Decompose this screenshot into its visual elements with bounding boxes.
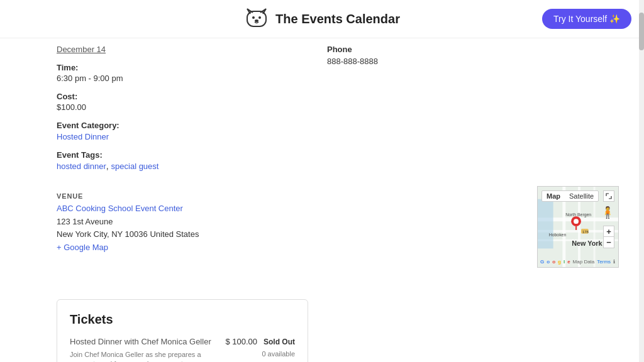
- ticket-header: Hosted Dinner with Chef Monica Geller $ …: [70, 337, 295, 346]
- svg-text:North Bergen: North Bergen: [565, 212, 591, 217]
- svg-point-3: [255, 19, 258, 22]
- map-terms-label[interactable]: Terms: [597, 259, 611, 265]
- site-title: The Events Calendar: [275, 12, 400, 26]
- cost-label: Cost:: [57, 92, 289, 101]
- ticket-description: Join Chef Monica Geller as she prepares …: [70, 350, 208, 362]
- expand-icon: [606, 193, 612, 199]
- ticket-price-area: $ 100.00 Sold Out: [225, 337, 295, 346]
- svg-rect-11: [538, 199, 553, 249]
- logo-icon: [244, 6, 269, 31]
- tag-special-guest[interactable]: special guest: [111, 162, 159, 171]
- ticket-details-row: Join Chef Monica Geller as she prepares …: [70, 350, 295, 362]
- tag-hosted-dinner[interactable]: hosted dinner: [57, 162, 106, 171]
- site-header: The Events Calendar Try It Yourself ✨: [0, 0, 644, 38]
- cost-block: Cost: $100.00: [57, 92, 289, 112]
- google-map-link[interactable]: + Google Map: [57, 243, 108, 252]
- ticket-name: Hosted Dinner with Chef Monica Geller: [70, 337, 211, 346]
- phone-value: 888-888-8888: [327, 57, 631, 66]
- street-view-person[interactable]: 🧍: [601, 206, 614, 219]
- phone-label: Phone: [327, 45, 631, 54]
- svg-point-18: [574, 219, 579, 224]
- try-it-yourself-button[interactable]: Try It Yourself ✨: [542, 9, 631, 29]
- tickets-section: Tickets Hosted Dinner with Chef Monica G…: [57, 299, 308, 362]
- category-link[interactable]: Hosted Dinner: [57, 132, 109, 141]
- scrollbar[interactable]: [639, 0, 644, 362]
- google-branding: G: [540, 259, 544, 265]
- svg-point-1: [252, 16, 255, 19]
- svg-text:Hoboken: Hoboken: [549, 233, 567, 237]
- map-widget: North Bergen Hoboken New York 178 Map Sa…: [537, 192, 619, 274]
- venue-section-label: VENUE: [57, 192, 346, 200]
- ticket-availability: 0 available: [262, 350, 295, 358]
- tags-label: Event Tags:: [57, 150, 289, 160]
- scrollbar-thumb[interactable]: [639, 13, 644, 50]
- svg-text:178: 178: [582, 230, 589, 234]
- map-zoom-out-button[interactable]: −: [603, 237, 614, 248]
- svg-text:New York: New York: [572, 239, 602, 247]
- svg-point-2: [258, 16, 261, 19]
- venue-address-line2: New York City, NY 10036 United States: [57, 228, 346, 241]
- main-content: December 14 Time: 6:30 pm - 9:00 pm Cost…: [0, 38, 644, 192]
- map-tab-map[interactable]: Map: [542, 191, 565, 201]
- tags-values: hosted dinner, special guest: [57, 161, 289, 171]
- map-container: North Bergen Hoboken New York 178 Map Sa…: [537, 186, 619, 268]
- map-expand-button[interactable]: [603, 190, 614, 202]
- time-label: Time:: [57, 63, 289, 72]
- venue-address-line1: 123 1st Aveune: [57, 216, 346, 228]
- ticket-sold-out-badge: Sold Out: [264, 337, 295, 346]
- ticket-row: Hosted Dinner with Chef Monica Geller $ …: [70, 337, 295, 362]
- map-zoom-controls: + −: [603, 226, 614, 248]
- venue-details: VENUE ABC Cooking School Event Center 12…: [57, 192, 346, 274]
- event-details-column: December 14 Time: 6:30 pm - 9:00 pm Cost…: [0, 38, 302, 192]
- cost-value: $100.00: [57, 102, 289, 112]
- category-label: Event Category:: [57, 121, 289, 130]
- logo-area: The Events Calendar: [244, 6, 400, 31]
- ticket-price: $ 100.00: [225, 337, 257, 346]
- tags-block: Event Tags: hosted dinner, special guest: [57, 150, 289, 171]
- venue-section: VENUE ABC Cooking School Event Center 12…: [0, 192, 644, 287]
- time-value: 6:30 pm - 9:00 pm: [57, 74, 289, 83]
- map-tabs: Map Satellite: [541, 190, 599, 202]
- contact-column: Phone 888-888-8888: [302, 38, 644, 192]
- tickets-title: Tickets: [70, 312, 295, 327]
- map-tab-satellite[interactable]: Satellite: [565, 191, 598, 201]
- venue-name-link[interactable]: ABC Cooking School Event Center: [57, 204, 346, 213]
- category-block: Event Category: Hosted Dinner: [57, 121, 289, 141]
- map-footer: Google Map Data Terms ℹ: [540, 259, 615, 265]
- map-zoom-in-button[interactable]: +: [603, 226, 614, 237]
- event-date: December 14: [57, 45, 289, 54]
- map-data-label: Map Data: [573, 259, 595, 265]
- time-block: Time: 6:30 pm - 9:00 pm: [57, 63, 289, 83]
